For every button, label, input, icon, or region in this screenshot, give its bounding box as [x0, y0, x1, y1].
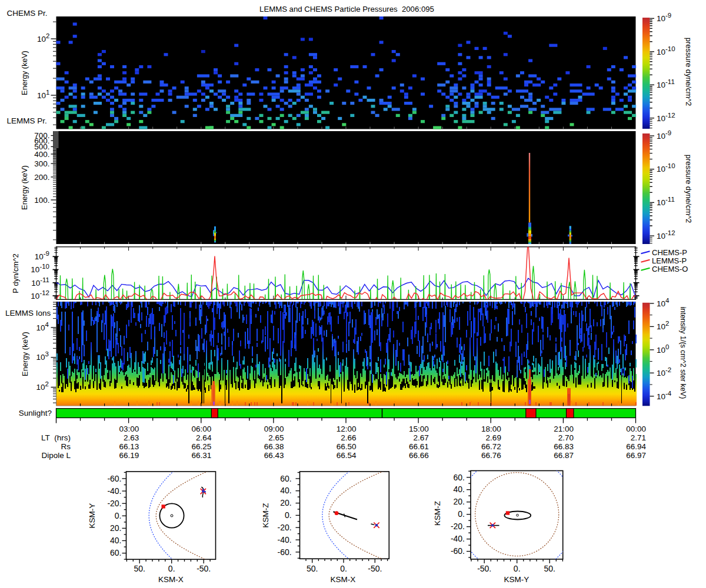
svg-text:100.: 100.	[34, 196, 49, 205]
svg-text:300.: 300.	[34, 159, 49, 168]
svg-text:KSM-X: KSM-X	[158, 575, 184, 584]
svg-text:Dipole L: Dipole L	[41, 451, 71, 460]
svg-text:18:00: 18:00	[481, 425, 501, 433]
svg-text:20.: 20.	[454, 497, 465, 506]
svg-text:-20.: -20.	[277, 523, 291, 532]
svg-text:2.63: 2.63	[124, 433, 139, 442]
svg-text:66.76: 66.76	[481, 451, 501, 460]
svg-text:-50.: -50.	[477, 564, 491, 573]
svg-text:200.: 200.	[34, 173, 49, 182]
svg-text:0.: 0.	[168, 564, 175, 573]
svg-text:intensity 1/(s cm^2 ster keV): intensity 1/(s cm^2 ster keV)	[679, 307, 687, 399]
svg-text:KSM-Y: KSM-Y	[504, 575, 530, 584]
svg-text:66.97: 66.97	[626, 451, 646, 460]
svg-text:LT (hrs): LT (hrs)	[41, 433, 71, 442]
svg-text:KSM-Z: KSM-Z	[261, 503, 270, 528]
svg-text:66.54: 66.54	[337, 451, 357, 460]
svg-text:0.: 0.	[340, 564, 347, 573]
svg-text:LEMMS Ions: LEMMS Ions	[5, 309, 51, 318]
svg-text:KSM-Z: KSM-Z	[433, 501, 442, 526]
svg-text:50.: 50.	[544, 564, 555, 573]
svg-text:2.69: 2.69	[486, 433, 501, 442]
svg-text:2.64: 2.64	[196, 433, 212, 442]
svg-text:2.71: 2.71	[631, 433, 646, 442]
svg-text:50.: 50.	[134, 564, 145, 573]
svg-text:40.: 40.	[280, 486, 291, 495]
svg-text:66.94: 66.94	[626, 442, 646, 451]
svg-text:40.: 40.	[110, 536, 121, 545]
svg-text:KSM-Y: KSM-Y	[88, 503, 96, 529]
svg-text:P dyn/cm^2: P dyn/cm^2	[11, 253, 20, 293]
svg-text:66.83: 66.83	[554, 442, 574, 451]
svg-text:Sunlight?: Sunlight?	[19, 409, 52, 417]
svg-text:CHEMS-O: CHEMS-O	[652, 265, 688, 273]
svg-text:-40.: -40.	[277, 535, 291, 544]
svg-text:21:00: 21:00	[554, 425, 574, 433]
svg-text:66.87: 66.87	[554, 451, 574, 460]
svg-text:66.50: 66.50	[337, 442, 357, 451]
svg-text:Rs: Rs	[61, 442, 71, 451]
svg-text:06:00: 06:00	[192, 425, 212, 433]
svg-text:CHEMS Pr.: CHEMS Pr.	[7, 9, 48, 18]
svg-text:LEMMS-P: LEMMS-P	[652, 256, 687, 265]
svg-text:CHEMS-P: CHEMS-P	[652, 248, 687, 257]
svg-text:-40.: -40.	[451, 534, 465, 543]
svg-text:66.19: 66.19	[119, 451, 139, 460]
svg-text:pressure dyne/cm^2: pressure dyne/cm^2	[684, 155, 693, 223]
svg-text:66.43: 66.43	[264, 451, 284, 460]
svg-text:2.70: 2.70	[558, 433, 574, 442]
svg-text:66.25: 66.25	[192, 442, 212, 451]
svg-text:-60.: -60.	[277, 547, 291, 557]
svg-text:-60.: -60.	[107, 474, 121, 483]
svg-text:50.: 50.	[307, 564, 318, 573]
svg-text:LEMMS Pr.: LEMMS Pr.	[7, 116, 47, 125]
svg-text:03:00: 03:00	[119, 425, 139, 433]
svg-text:Energy (keV): Energy (keV)	[20, 165, 29, 210]
svg-text:LEMMS and CHEMS Particle Press: LEMMS and CHEMS Particle Pressures 2006:…	[259, 5, 434, 14]
svg-text:0.: 0.	[115, 511, 122, 520]
svg-text:0.: 0.	[285, 510, 292, 520]
svg-text:2.67: 2.67	[413, 433, 428, 442]
svg-text:20.: 20.	[280, 498, 291, 507]
svg-text:2.65: 2.65	[268, 433, 284, 442]
svg-text:60.: 60.	[280, 474, 291, 483]
svg-text:00:00: 00:00	[626, 425, 646, 433]
svg-text:09:00: 09:00	[264, 425, 284, 433]
svg-text:66.66: 66.66	[409, 451, 429, 460]
svg-text:-20.: -20.	[107, 499, 121, 508]
svg-text:20.: 20.	[110, 523, 121, 533]
svg-text:Energy (keV): Energy (keV)	[20, 51, 29, 95]
svg-text:60.: 60.	[110, 548, 121, 557]
svg-text:40.: 40.	[454, 485, 465, 494]
svg-text:-60.: -60.	[451, 546, 465, 556]
svg-text:66.13: 66.13	[119, 442, 139, 451]
svg-text:pressure dyne/cm^2: pressure dyne/cm^2	[684, 38, 693, 106]
svg-text:60.: 60.	[454, 473, 465, 482]
svg-text:66.38: 66.38	[264, 442, 284, 451]
svg-text:0.: 0.	[458, 509, 465, 519]
svg-text:15:00: 15:00	[409, 425, 429, 433]
svg-text:700.: 700.	[34, 131, 49, 140]
svg-text:-50.: -50.	[368, 564, 382, 573]
svg-text:66.31: 66.31	[192, 451, 212, 460]
svg-text:66.61: 66.61	[409, 442, 429, 451]
svg-text:-20.: -20.	[451, 522, 465, 531]
svg-text:66.72: 66.72	[481, 442, 501, 451]
svg-text:12:00: 12:00	[337, 425, 357, 433]
svg-text:2.66: 2.66	[341, 433, 356, 442]
svg-text:0.: 0.	[514, 564, 521, 573]
svg-text:KSM-X: KSM-X	[331, 575, 356, 584]
svg-text:-50.: -50.	[197, 564, 211, 573]
svg-text:Energy (keV): Energy (keV)	[21, 332, 29, 376]
svg-text:-40.: -40.	[107, 486, 121, 496]
